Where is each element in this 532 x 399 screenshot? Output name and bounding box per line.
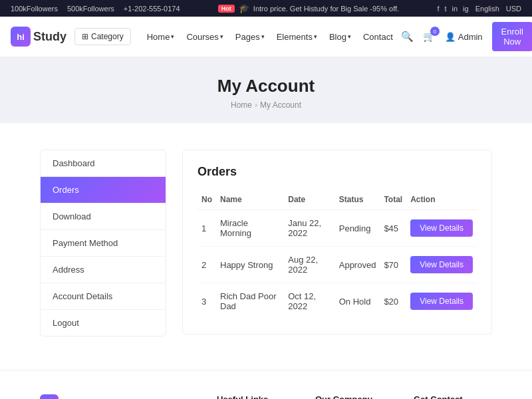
cell-no: 2	[198, 247, 216, 283]
page-hero: My Account Home › My Account	[0, 57, 532, 123]
cell-action: View Details	[406, 283, 477, 320]
logo-text: Study	[33, 30, 66, 44]
nav-actions: 🔍 🛒 0 👤 Admin Enroll Now	[401, 22, 532, 51]
cell-date: Oct 12, 2022	[284, 283, 335, 320]
col-name: Name	[216, 190, 284, 210]
top-bar: 100kFollowers 500kFollowers +1-202-555-0…	[0, 0, 532, 17]
cell-date: Aug 22, 2022	[284, 247, 335, 283]
orders-table: No Name Date Status Total Action 1 Mirac…	[198, 190, 477, 319]
sidebar-item-logout[interactable]: Logout	[41, 310, 166, 336]
orders-panel: Orders No Name Date Status Total Action …	[182, 150, 492, 334]
top-bar-right: f t in ig English USD	[437, 5, 521, 13]
footer-useful-links: Useful Links Get the app News & articles…	[217, 394, 295, 399]
nav-elements[interactable]: Elements ▾	[277, 32, 317, 42]
cell-status: Pending	[335, 210, 380, 247]
cell-total: $70	[380, 247, 406, 283]
cart-count: 0	[430, 27, 440, 36]
followers2: 500kFollowers	[67, 5, 114, 13]
nav-blog[interactable]: Blog ▾	[329, 32, 351, 42]
linkedin-icon[interactable]: in	[452, 5, 458, 13]
facebook-icon[interactable]: f	[437, 5, 439, 13]
cell-action: View Details	[406, 210, 477, 247]
page-title: My Account	[11, 76, 521, 96]
col-action: Action	[406, 190, 477, 210]
top-bar-center: Hot 🎓 Intro price. Get Histudy for Big S…	[218, 3, 399, 13]
cell-total: $45	[380, 210, 406, 247]
phone: +1-202-555-0174	[124, 5, 180, 13]
search-icon[interactable]: 🔍	[401, 31, 414, 43]
currency-selector[interactable]: USD	[506, 5, 521, 13]
cell-name: Miracle Morning	[216, 210, 284, 247]
sidebar-item-address[interactable]: Address	[41, 257, 166, 283]
instagram-icon[interactable]: ig	[463, 5, 469, 13]
enroll-button[interactable]: Enroll Now	[492, 22, 532, 51]
col-date: Date	[284, 190, 335, 210]
twitter-icon[interactable]: t	[444, 5, 446, 13]
breadcrumb: Home › My Account	[11, 100, 521, 110]
navbar: hi Study ⊞ Category Home ▾ Courses ▾ Pag…	[0, 17, 532, 57]
footer-brand: hi Study We're always in search for the …	[40, 394, 197, 399]
user-icon: 👤	[445, 32, 456, 42]
followers1: 100kFollowers	[11, 5, 58, 13]
view-details-button[interactable]: View Details	[410, 256, 473, 273]
sidebar-item-dashboard[interactable]: Dashboard	[41, 150, 166, 177]
table-row: 1 Miracle Morning Janu 22, 2022 Pending …	[198, 210, 477, 247]
user-info[interactable]: 👤 Admin	[445, 32, 483, 42]
cart-button[interactable]: 🛒 0	[423, 31, 436, 43]
nav-contact[interactable]: Contact	[363, 32, 393, 42]
user-label: Admin	[458, 32, 483, 42]
sidebar-item-download[interactable]: Download	[41, 203, 166, 230]
cell-total: $20	[380, 283, 406, 320]
view-details-button[interactable]: View Details	[410, 219, 473, 237]
footer-company: Our Company About us Careers How it work…	[315, 394, 394, 399]
cell-action: View Details	[406, 247, 477, 283]
footer-contact-title: Get Contact	[414, 394, 492, 399]
footer-logo-icon: hi	[40, 394, 59, 399]
footer-useful-links-title: Useful Links	[217, 394, 295, 399]
category-label: Category	[91, 32, 124, 41]
footer-contact: Get Contact Phone: (406) 555-0120 E-mail…	[414, 394, 492, 399]
table-header-row: No Name Date Status Total Action	[198, 190, 477, 210]
nav-courses[interactable]: Courses ▾	[186, 32, 223, 42]
sidebar-item-orders[interactable]: Orders	[41, 177, 166, 203]
language-selector[interactable]: English	[475, 5, 499, 13]
social-icons: f t in ig	[437, 5, 468, 13]
cell-status: Approved	[335, 247, 380, 283]
footer-logo: hi Study	[40, 394, 197, 399]
table-row: 3 Rich Dad Poor Dad Oct 12, 2022 On Hold…	[198, 283, 477, 320]
view-details-button[interactable]: View Details	[410, 293, 473, 310]
orders-title: Orders	[198, 165, 477, 179]
nav-links: Home ▾ Courses ▾ Pages ▾ Elements ▾ Blog…	[147, 32, 393, 42]
category-button[interactable]: ⊞ Category	[74, 28, 131, 45]
table-row: 2 Happy Strong Aug 22, 2022 Approved $70…	[198, 247, 477, 283]
cell-no: 1	[198, 210, 216, 247]
footer: hi Study We're always in search for the …	[0, 370, 532, 399]
cell-date: Janu 22, 2022	[284, 210, 335, 247]
main-content: Dashboard Orders Download Payment Method…	[0, 123, 532, 370]
logo[interactable]: hi Study	[11, 27, 66, 47]
logo-icon: hi	[11, 27, 31, 47]
nav-home[interactable]: Home ▾	[147, 32, 175, 42]
breadcrumb-home[interactable]: Home	[231, 100, 252, 110]
cell-status: On Hold	[335, 283, 380, 320]
cell-no: 3	[198, 283, 216, 320]
col-total: Total	[380, 190, 406, 210]
grid-icon: ⊞	[82, 32, 88, 41]
cell-name: Happy Strong	[216, 247, 284, 283]
nav-pages[interactable]: Pages ▾	[235, 32, 265, 42]
breadcrumb-separator: ›	[255, 100, 257, 110]
col-no: No	[198, 190, 216, 210]
col-status: Status	[335, 190, 380, 210]
sidebar-item-payment[interactable]: Payment Method	[41, 230, 166, 257]
promo-text: Intro price. Get Histudy for Big Sale -9…	[253, 5, 399, 13]
sidebar-item-account-details[interactable]: Account Details	[41, 283, 166, 310]
footer-logo-text: Study	[63, 397, 96, 400]
breadcrumb-current: My Account	[260, 100, 301, 110]
hot-badge: Hot	[218, 5, 235, 13]
sidebar: Dashboard Orders Download Payment Method…	[40, 150, 166, 336]
footer-company-title: Our Company	[315, 394, 394, 399]
cell-name: Rich Dad Poor Dad	[216, 283, 284, 320]
top-bar-left: 100kFollowers 500kFollowers +1-202-555-0…	[11, 5, 180, 13]
